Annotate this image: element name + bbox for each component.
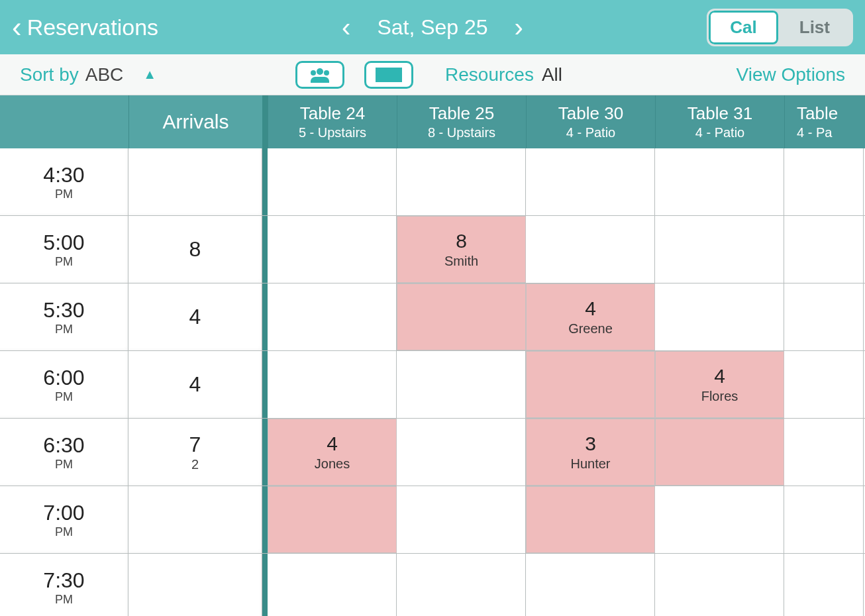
sort-value: ABC: [85, 64, 124, 85]
time-ampm: PM: [55, 525, 73, 539]
empty-cell[interactable]: [655, 486, 784, 553]
empty-cell[interactable]: [784, 486, 864, 553]
toggle-cal-button[interactable]: Cal: [709, 11, 778, 44]
party-name: Smith: [444, 254, 478, 269]
table-sub: 4 - Patio: [566, 125, 615, 140]
grid-header: Arrivals Table 245 - UpstairsTable 258 -…: [0, 95, 865, 148]
table-header[interactable]: Table 258 - Upstairs: [397, 95, 526, 148]
reservation-cell[interactable]: 8Smith: [397, 216, 526, 283]
empty-cell[interactable]: [655, 554, 784, 616]
empty-cell[interactable]: [526, 216, 655, 283]
arrivals-cell: [128, 486, 262, 553]
time-cell: 7:00PM: [0, 486, 128, 553]
table-sub: 4 - Pa: [797, 125, 832, 140]
table-header[interactable]: Table 304 - Patio: [526, 95, 655, 148]
arrivals-count: 4: [189, 372, 201, 397]
empty-cell[interactable]: [397, 351, 526, 418]
arrivals-count: 8: [189, 237, 201, 262]
resources-label: Resources: [445, 64, 534, 85]
view-mode-icons: [295, 61, 413, 89]
empty-cell[interactable]: [268, 283, 397, 350]
reservation-cell[interactable]: 4Jones: [268, 419, 397, 486]
grid-row: 5:30PM44Greene: [0, 283, 865, 351]
empty-cell[interactable]: [397, 419, 526, 486]
empty-cell[interactable]: [784, 351, 864, 418]
grid-row: 7:30PM: [0, 554, 865, 616]
empty-cell[interactable]: [784, 148, 864, 215]
arrivals-cell: 4: [128, 351, 262, 418]
empty-cell[interactable]: [655, 283, 784, 350]
time-cell: 6:30PM: [0, 419, 128, 486]
time-cell: 4:30PM: [0, 148, 128, 215]
empty-cell[interactable]: [784, 419, 864, 486]
reservation-cell[interactable]: [526, 351, 655, 418]
time-cell: 6:00PM: [0, 351, 128, 418]
arrivals-cell: [128, 554, 262, 616]
grid-divider: [262, 95, 268, 148]
block-icon: [376, 68, 402, 82]
prev-day-button[interactable]: ‹: [342, 13, 350, 42]
empty-cell[interactable]: [784, 216, 864, 283]
empty-cell[interactable]: [526, 554, 655, 616]
empty-cell[interactable]: [268, 554, 397, 616]
reservation-cell[interactable]: 4Flores: [655, 351, 784, 418]
table-header[interactable]: Table 314 - Patio: [655, 95, 784, 148]
time-value: 6:00: [43, 366, 84, 390]
table-header[interactable]: Table 245 - Upstairs: [268, 95, 397, 148]
empty-cell[interactable]: [784, 283, 864, 350]
grid-row: 6:00PM44Flores: [0, 351, 865, 419]
caret-up-icon: ▲: [143, 67, 156, 82]
table-sub: 4 - Patio: [695, 125, 744, 140]
empty-cell[interactable]: [268, 351, 397, 418]
time-ampm: PM: [55, 255, 73, 269]
table-header[interactable]: Table4 - Pa: [784, 95, 864, 148]
party-size: 4: [585, 297, 596, 320]
time-value: 4:30: [43, 163, 84, 187]
next-day-button[interactable]: ›: [515, 13, 523, 42]
svg-point-1: [311, 70, 316, 76]
time-header: [0, 95, 128, 148]
party-name: Greene: [568, 321, 613, 336]
back-label: Reservations: [27, 15, 158, 40]
time-cell: 7:30PM: [0, 554, 128, 616]
empty-cell[interactable]: [784, 554, 864, 616]
empty-cell[interactable]: [268, 216, 397, 283]
reservation-cell[interactable]: 4Greene: [526, 283, 655, 350]
table-name: Table 31: [687, 103, 752, 124]
empty-cell[interactable]: [526, 148, 655, 215]
sort-button[interactable]: Sort by ABC ▲: [20, 64, 156, 85]
time-value: 6:30: [43, 433, 84, 458]
arrivals-cell: 8: [128, 216, 262, 283]
view-options-button[interactable]: View Options: [737, 64, 845, 85]
table-sub: 8 - Upstairs: [428, 125, 495, 140]
resources-filter[interactable]: Resources All: [445, 64, 562, 85]
time-cell: 5:00PM: [0, 216, 128, 283]
grid-row: 5:00PM88Smith: [0, 216, 865, 283]
time-value: 7:30: [43, 568, 84, 593]
grid-divider: [262, 419, 268, 486]
toolbar: Sort by ABC ▲ Resources All View Options: [0, 54, 865, 95]
reservation-cell[interactable]: [655, 419, 784, 486]
people-view-button[interactable]: [295, 61, 344, 89]
party-size: 3: [585, 433, 596, 455]
reservation-cell[interactable]: 3Hunter: [526, 419, 655, 486]
empty-cell[interactable]: [397, 148, 526, 215]
toggle-list-button[interactable]: List: [778, 11, 851, 44]
empty-cell[interactable]: [655, 148, 784, 215]
reservation-cell[interactable]: [397, 283, 526, 350]
back-button[interactable]: ‹ Reservations: [12, 13, 158, 42]
empty-cell[interactable]: [397, 554, 526, 616]
empty-cell[interactable]: [397, 486, 526, 553]
arrivals-cell: 4: [128, 283, 262, 350]
reservation-cell[interactable]: [526, 486, 655, 553]
grid-divider: [262, 148, 268, 215]
svg-point-2: [324, 70, 329, 76]
grid-divider: [262, 283, 268, 350]
party-name: Hunter: [570, 456, 610, 472]
empty-cell[interactable]: [268, 148, 397, 215]
time-ampm: PM: [55, 323, 73, 336]
block-view-button[interactable]: [364, 61, 413, 89]
resources-value: All: [542, 64, 562, 85]
reservation-cell[interactable]: [268, 486, 397, 553]
empty-cell[interactable]: [655, 216, 784, 283]
